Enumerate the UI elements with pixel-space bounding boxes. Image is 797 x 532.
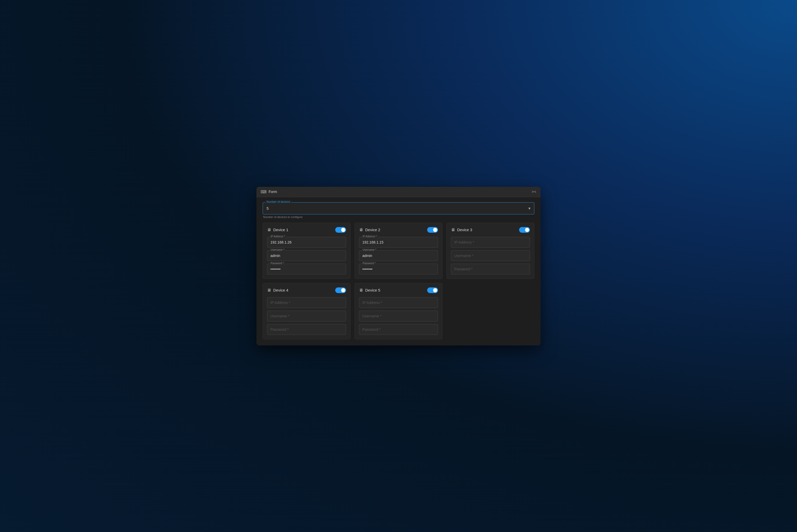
empty-slot xyxy=(447,283,535,339)
device-2-ip-label: IP Address * xyxy=(362,235,378,238)
device-card-5: 🖥 Device 5 xyxy=(355,283,442,339)
device-2-fields: IP Address * Username * Password * xyxy=(359,237,438,274)
title-bar-left: ⌨ Form xyxy=(260,189,277,194)
device-1-username-input[interactable] xyxy=(267,250,346,261)
device-3-password-wrapper xyxy=(451,264,530,274)
device-2-header: 🖥 Device 2 xyxy=(359,227,438,233)
number-of-devices-select[interactable]: 1 2 3 4 5 6 7 8 9 10 xyxy=(263,203,534,214)
device-1-toggle-slider xyxy=(335,227,346,233)
device-4-ip-input[interactable] xyxy=(267,298,346,308)
device-3-title-group: 🖥 Device 3 xyxy=(451,228,472,232)
device-2-password-wrapper: Password * xyxy=(359,264,438,274)
title-bar: ⌨ Form >< xyxy=(256,187,541,197)
device-5-password-input[interactable] xyxy=(359,324,438,335)
monitor-icon-5: 🖥 xyxy=(359,288,363,292)
device-card-1: 🖥 Device 1 IP Address * Username * xyxy=(262,223,350,279)
device-5-password-wrapper xyxy=(359,324,438,335)
device-1-header: 🖥 Device 1 xyxy=(267,227,346,233)
device-5-username-input[interactable] xyxy=(359,311,438,321)
device-5-ip-wrapper xyxy=(359,297,438,308)
device-card-4: 🖥 Device 4 xyxy=(262,283,350,339)
form-content: Number of devices 1 2 3 4 5 6 7 8 9 10 ▾… xyxy=(256,197,541,345)
device-2-title-group: 🖥 Device 2 xyxy=(359,228,380,232)
number-of-devices-wrapper: Number of devices 1 2 3 4 5 6 7 8 9 10 ▾ xyxy=(262,202,535,214)
monitor-icon-4: 🖥 xyxy=(267,288,271,292)
device-4-header: 🖥 Device 4 xyxy=(267,287,346,293)
device-1-password-input[interactable] xyxy=(267,264,346,274)
device-1-ip-input[interactable] xyxy=(267,237,346,247)
number-of-devices-label: Number of devices xyxy=(266,200,291,203)
device-2-password-label: Password * xyxy=(362,262,377,265)
device-2-password-input[interactable] xyxy=(359,264,438,274)
device-3-ip-input[interactable] xyxy=(451,237,530,247)
device-2-toggle-slider xyxy=(427,227,438,233)
device-3-title: Device 3 xyxy=(457,228,472,232)
device-3-username-input[interactable] xyxy=(451,250,530,261)
device-2-ip-input[interactable] xyxy=(359,237,438,247)
device-2-toggle[interactable] xyxy=(427,227,438,233)
monitor-icon-2: 🖥 xyxy=(359,228,363,232)
collapse-button[interactable]: >< xyxy=(532,190,537,194)
device-4-password-wrapper xyxy=(267,324,346,335)
form-icon: ⌨ xyxy=(260,189,267,194)
devices-hint: Number of devices to configure xyxy=(262,215,535,218)
device-2-title: Device 2 xyxy=(365,228,380,232)
device-5-fields xyxy=(359,297,438,335)
device-3-ip-wrapper xyxy=(451,237,530,248)
device-4-username-wrapper xyxy=(267,311,346,321)
device-4-toggle-slider xyxy=(335,287,346,293)
device-4-password-input[interactable] xyxy=(267,324,346,335)
device-5-toggle[interactable] xyxy=(427,287,438,293)
device-card-2: 🖥 Device 2 IP Address * Username * xyxy=(355,223,442,279)
device-5-toggle-slider xyxy=(427,287,438,293)
device-2-username-wrapper: Username * xyxy=(359,250,438,261)
device-1-toggle[interactable] xyxy=(335,227,346,233)
device-1-password-wrapper: Password * xyxy=(267,264,346,274)
device-1-password-label: Password * xyxy=(270,262,285,265)
device-5-title: Device 5 xyxy=(365,288,380,292)
device-3-username-wrapper xyxy=(451,250,530,261)
device-1-ip-wrapper: IP Address * xyxy=(267,237,346,248)
window-title: Form xyxy=(269,190,277,194)
device-3-password-input[interactable] xyxy=(451,264,530,274)
device-5-ip-input[interactable] xyxy=(359,298,438,308)
device-1-fields: IP Address * Username * Password * xyxy=(267,237,346,274)
device-1-title-group: 🖥 Device 1 xyxy=(267,228,288,232)
device-4-ip-wrapper xyxy=(267,297,346,308)
device-1-username-wrapper: Username * xyxy=(267,250,346,261)
device-1-username-label: Username * xyxy=(270,248,285,251)
device-1-ip-label: IP Address * xyxy=(270,235,286,238)
device-4-toggle[interactable] xyxy=(335,287,346,293)
device-4-title: Device 4 xyxy=(273,288,288,292)
device-5-username-wrapper xyxy=(359,311,438,321)
device-5-title-group: 🖥 Device 5 xyxy=(359,288,380,292)
device-3-toggle-slider xyxy=(519,227,530,233)
device-4-fields xyxy=(267,297,346,335)
monitor-icon-3: 🖥 xyxy=(451,228,455,232)
device-2-ip-wrapper: IP Address * xyxy=(359,237,438,248)
device-card-3: 🖥 Device 3 xyxy=(447,223,535,279)
device-3-header: 🖥 Device 3 xyxy=(451,227,530,233)
device-4-title-group: 🖥 Device 4 xyxy=(267,288,288,292)
device-3-toggle[interactable] xyxy=(519,227,530,233)
main-window: ⌨ Form >< Number of devices 1 2 3 4 5 6 … xyxy=(256,187,541,345)
monitor-icon-1: 🖥 xyxy=(267,228,271,232)
device-1-title: Device 1 xyxy=(273,228,288,232)
device-2-username-label: Username * xyxy=(362,248,377,251)
device-2-username-input[interactable] xyxy=(359,250,438,261)
device-5-header: 🖥 Device 5 xyxy=(359,287,438,293)
device-3-fields xyxy=(451,237,530,274)
device-4-username-input[interactable] xyxy=(267,311,346,321)
